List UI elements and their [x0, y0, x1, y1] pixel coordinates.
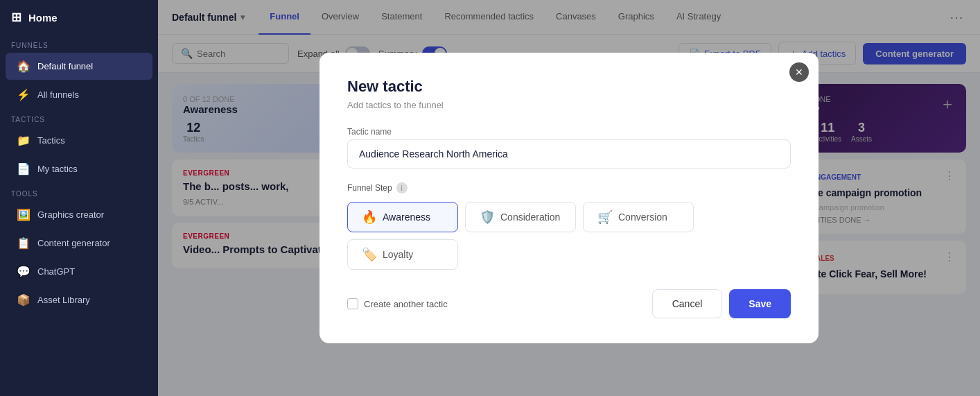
- awareness-step-icon: 🔥: [362, 209, 377, 225]
- main-content: Default funnel ▾ Funnel Overview Stateme…: [158, 0, 980, 396]
- sidebar-item-label: Content generator: [37, 238, 110, 248]
- home-icon: ⊞: [11, 10, 21, 25]
- cancel-button[interactable]: Cancel: [652, 289, 723, 318]
- sidebar-item-all-funnels[interactable]: ⚡ All funnels: [6, 81, 152, 108]
- tactics-icon: 📁: [17, 134, 30, 147]
- asset-library-icon: 📦: [17, 293, 30, 307]
- step-option-awareness-label: Awareness: [383, 212, 430, 223]
- sidebar-item-content-generator[interactable]: 📋 Content generator: [6, 230, 152, 257]
- sidebar-item-asset-library[interactable]: 📦 Asset Library: [6, 286, 152, 313]
- modal-overlay[interactable]: ✕ New tactic Add tactics to the funnel T…: [158, 0, 980, 396]
- sidebar-item-graphics-creator[interactable]: 🖼️ Graphics creator: [6, 201, 152, 228]
- modal-footer: Create another tactic Cancel Save: [347, 289, 791, 318]
- funnel-step-label: Funnel Step i: [347, 182, 791, 193]
- sidebar-item-my-tactics[interactable]: 📄 My tactics: [6, 155, 152, 182]
- chatgpt-icon: 💬: [17, 265, 30, 278]
- sidebar-item-label: Asset Library: [37, 295, 90, 305]
- sidebar-section-tactics: TACTICS: [0, 109, 158, 126]
- step-option-consideration-label: Consideration: [500, 212, 560, 223]
- step-option-consideration[interactable]: 🛡️ Consideration: [465, 202, 576, 232]
- sidebar-home-item[interactable]: ⊞ Home: [0, 0, 158, 35]
- step-option-conversion-label: Conversion: [618, 212, 667, 223]
- step-option-loyalty-label: Loyalty: [383, 249, 413, 260]
- consideration-step-icon: 🛡️: [480, 209, 495, 225]
- modal-title: New tactic: [347, 78, 791, 96]
- sidebar-item-label: All funnels: [37, 89, 79, 100]
- sidebar-item-tactics[interactable]: 📁 Tactics: [6, 127, 152, 154]
- sidebar-section-funnels: FUNNELS: [0, 35, 158, 52]
- my-tactics-icon: 📄: [17, 162, 30, 175]
- step-option-loyalty[interactable]: 🏷️ Loyalty: [347, 239, 458, 270]
- modal-action-buttons: Cancel Save: [652, 289, 791, 318]
- sidebar-item-label: My tactics: [37, 164, 78, 174]
- sidebar-item-chatgpt[interactable]: 💬 ChatGPT: [6, 258, 152, 285]
- sidebar-item-default-funnel[interactable]: 🏠 Default funnel: [6, 53, 152, 80]
- sidebar-item-label: Tactics: [37, 135, 65, 146]
- info-icon: i: [396, 182, 408, 193]
- tactic-name-label: Tactic name: [347, 127, 791, 137]
- sidebar: ⊞ Home FUNNELS 🏠 Default funnel ⚡ All fu…: [0, 0, 158, 396]
- funnel-step-options: 🔥 Awareness 🛡️ Consideration 🛒 Conversio…: [347, 202, 791, 270]
- funnel-icon: 🏠: [17, 60, 30, 73]
- sidebar-item-label: ChatGPT: [37, 266, 75, 277]
- conversion-step-icon: 🛒: [597, 209, 613, 225]
- loyalty-step-icon: 🏷️: [362, 247, 377, 262]
- save-button[interactable]: Save: [729, 289, 791, 318]
- modal-close-button[interactable]: ✕: [789, 62, 809, 82]
- create-another-checkbox-row[interactable]: Create another tactic: [347, 298, 448, 309]
- content-generator-icon: 📋: [17, 236, 30, 250]
- modal-subtitle: Add tactics to the funnel: [347, 100, 791, 110]
- step-option-conversion[interactable]: 🛒 Conversion: [583, 202, 694, 232]
- tactic-name-input[interactable]: [347, 139, 791, 169]
- create-another-checkbox[interactable]: [347, 298, 358, 309]
- create-another-label: Create another tactic: [364, 299, 448, 309]
- sidebar-item-label: Default funnel: [37, 61, 93, 71]
- graphics-creator-icon: 🖼️: [17, 208, 30, 221]
- sidebar-section-tools: TOOLS: [0, 183, 158, 200]
- sidebar-home-label: Home: [28, 12, 58, 24]
- sidebar-item-label: Graphics creator: [37, 209, 104, 220]
- new-tactic-modal: ✕ New tactic Add tactics to the funnel T…: [320, 53, 819, 343]
- all-funnels-icon: ⚡: [17, 88, 30, 101]
- step-option-awareness[interactable]: 🔥 Awareness: [347, 202, 458, 232]
